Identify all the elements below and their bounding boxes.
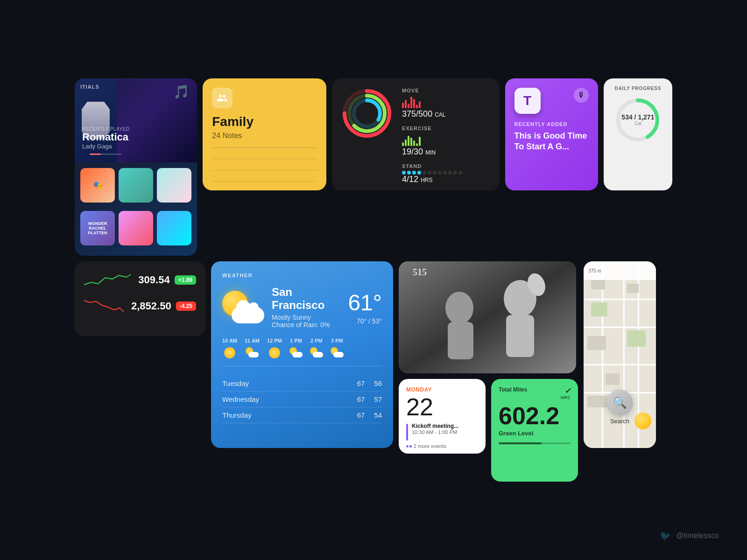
exercise-chart xyxy=(402,132,490,146)
calendar-day: MONDAY xyxy=(406,386,478,393)
event-title: Kickoff meeting... xyxy=(412,423,458,429)
grid-item-4[interactable]: WONDER RACHEL PLATTEN xyxy=(80,211,115,245)
notes-count: 24 Notes xyxy=(212,132,317,140)
map-scale-overlay: 375 m xyxy=(584,261,656,280)
weather-main: San Francisco Mostly Sunny Chance of Rai… xyxy=(222,286,382,329)
song-artist: Lady Gaga xyxy=(82,143,129,150)
cloud-sun-icon xyxy=(310,347,323,357)
progress-title: DAILY PROGRESS xyxy=(615,86,662,91)
stock-chart-1 xyxy=(84,271,131,289)
weather-description: Mostly Sunny xyxy=(272,314,340,321)
twitter-footer: 🐦 @timelessco xyxy=(660,530,719,541)
calendar-widget: MONDAY 22 Kickoff meeting... 10:30 AM - … xyxy=(399,379,486,454)
calendar-date: 22 xyxy=(406,395,478,419)
grid-item-1[interactable]: 🎭 xyxy=(80,168,115,203)
hourly-3pm: 3 PM xyxy=(331,338,344,358)
sun-icon xyxy=(224,347,235,358)
activity-rings xyxy=(341,88,393,139)
exercise-unit: MIN xyxy=(425,149,436,156)
hourly-10am: 10 AM xyxy=(222,338,237,358)
more-events: 2 more events xyxy=(406,443,478,449)
stock-row-1: 309.54 +1.89 xyxy=(84,271,196,289)
stock-change-2: -4.25 xyxy=(176,301,196,311)
search-label: Search xyxy=(610,418,629,425)
move-chart xyxy=(402,94,490,108)
music-album-title: ITIALS xyxy=(80,84,99,90)
progress-ring: 534 / 1,271 Cal xyxy=(614,97,661,143)
nike-logo: ✓ xyxy=(561,386,571,395)
activity-widget: MOVE 375/500 CAL xyxy=(332,78,499,190)
stock-change-1: +1.89 xyxy=(175,275,196,285)
move-unit: CAL xyxy=(435,112,445,118)
podcast-app-icon: 🎙 xyxy=(574,88,589,103)
stocks-widget[interactable]: 309.54 +1.89 2,852.50 -4.25 xyxy=(75,261,205,336)
grid-item-3[interactable] xyxy=(157,168,191,203)
grid-item-6[interactable] xyxy=(157,211,191,245)
hourly-1pm: 1 PM xyxy=(289,338,303,358)
weather-rain: Chance of Rain: 0% xyxy=(272,321,340,329)
stand-dots xyxy=(402,171,490,174)
music-album-grid: 🎭 WONDER RACHEL PLATTEN xyxy=(75,162,197,256)
svg-rect-14 xyxy=(448,322,473,359)
stand-unit: HRS xyxy=(421,177,432,183)
svg-text:515: 515 xyxy=(413,267,427,277)
forecast-tuesday: Tuesday 67 56 xyxy=(222,376,382,392)
stock-price-1: 309.54 xyxy=(138,274,169,286)
cloud-sun-icon xyxy=(289,347,303,357)
podcast-title: This is Good Time To Start A G... xyxy=(514,131,589,153)
hourly-12pm: 12 PM xyxy=(267,338,282,358)
nike-miles: 602.2 xyxy=(499,404,571,428)
grid-item-5[interactable] xyxy=(119,211,153,245)
move-value: 375/500 xyxy=(402,109,432,119)
nike-nrc: NRC xyxy=(561,395,571,400)
recently-added-label: RECENTLY ADDED xyxy=(514,121,589,127)
nike-widget: Total Miles ✓ NRC 602.2 Green Level xyxy=(491,379,578,482)
stand-label: STAND xyxy=(402,163,490,169)
weather-label: WEATHER xyxy=(222,273,382,278)
stock-price-2: 2,852.50 xyxy=(131,300,171,312)
twitter-bird-icon: 🐦 xyxy=(660,530,671,541)
svg-rect-12 xyxy=(506,315,534,357)
notes-widget[interactable]: Family 24 Notes xyxy=(203,78,326,190)
move-row: MOVE 375/500 CAL xyxy=(402,88,490,119)
playback-progress xyxy=(90,154,101,155)
exercise-label: EXERCISE xyxy=(402,126,490,131)
song-title: Romatica xyxy=(82,132,129,143)
activity-stats: MOVE 375/500 CAL xyxy=(402,88,490,181)
weather-sun-icon xyxy=(222,291,264,323)
cloud-sun-icon xyxy=(331,347,344,357)
grid-item-2[interactable] xyxy=(119,168,153,203)
weather-city: San Francisco xyxy=(272,286,340,312)
cloud-sun-icon xyxy=(246,347,259,357)
weather-hilo: 70° / 53° xyxy=(348,317,382,325)
weather-temp: 61° xyxy=(348,290,382,315)
weather-forecast: Tuesday 67 56 Wednesday 67 57 Thursday xyxy=(222,376,382,423)
forecast-wednesday: Wednesday 67 57 xyxy=(222,392,382,407)
svg-rect-10 xyxy=(399,261,576,373)
stand-value: 4/12 xyxy=(402,175,418,184)
hourly-2pm: 2 PM xyxy=(310,338,323,358)
notes-icon xyxy=(212,88,233,108)
event-dot xyxy=(406,424,408,441)
svg-text:🎭: 🎭 xyxy=(93,181,102,189)
nike-level: Green Level xyxy=(499,430,571,437)
map-yellow-ball xyxy=(634,413,651,429)
map-search-button[interactable]: 🔍 Search xyxy=(607,390,633,425)
podcast-widget[interactable]: T 🎙 RECENTLY ADDED This is Good Time To … xyxy=(505,78,598,190)
exercise-row: EXERCISE 19/30 MIN xyxy=(402,126,490,157)
map-widget[interactable]: 375 m 🔍 Search xyxy=(584,261,656,448)
podcast-t-icon: T xyxy=(514,88,541,114)
photo-bw-image: 515 xyxy=(399,261,576,373)
podcast-top: T 🎙 xyxy=(514,88,589,114)
search-icon: 🔍 xyxy=(607,390,633,416)
nike-progress-bar xyxy=(499,442,571,444)
nike-header: Total Miles ✓ NRC xyxy=(499,386,571,400)
music-note-icon: 🎵 xyxy=(173,84,190,99)
nike-label: Total Miles xyxy=(499,386,527,393)
music-widget[interactable]: ITIALS 🎵 RECENTLY PLAYED Romatica Lady G… xyxy=(75,78,197,256)
stand-row: STAND xyxy=(402,163,490,184)
photo-widget: 515 xyxy=(399,261,576,373)
event-time: 10:30 AM - 1:00 PM xyxy=(412,429,458,435)
twitter-handle: @timelessco xyxy=(676,532,719,540)
move-label: MOVE xyxy=(402,88,490,93)
